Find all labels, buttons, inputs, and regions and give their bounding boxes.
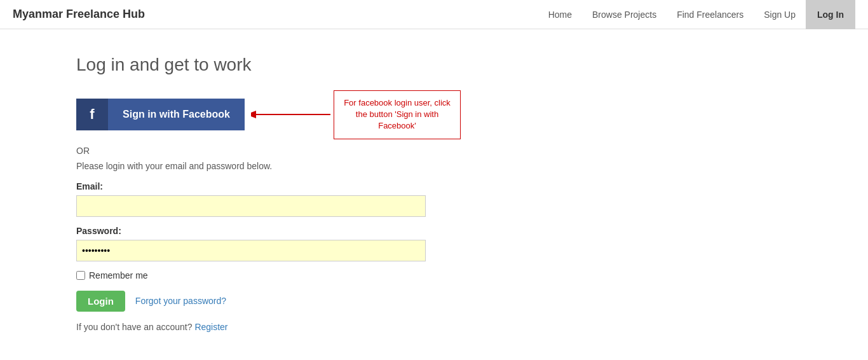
email-label: Email: — [76, 181, 792, 191]
nav-find-freelancers[interactable]: Find Freelancers — [667, 0, 754, 29]
nav-home[interactable]: Home — [538, 0, 582, 29]
password-label: Password: — [76, 226, 792, 236]
password-input[interactable] — [76, 240, 426, 261]
or-separator: OR — [76, 146, 792, 156]
facebook-signin-button[interactable]: f Sign in with Facebook — [76, 99, 245, 130]
please-text: Please login with your email and passwor… — [76, 161, 792, 171]
main-content: Log in and get to work f Sign in with Fa… — [0, 29, 868, 357]
register-text: If you don't have an account? — [76, 322, 192, 332]
tooltip-area: For facebook login user, click the butto… — [251, 90, 461, 139]
arrow-icon — [251, 105, 334, 124]
header: Myanmar Freelance Hub Home Browse Projec… — [0, 0, 868, 29]
email-input[interactable] — [76, 195, 426, 217]
register-row: If you don't have an account? Register — [76, 322, 792, 332]
remember-checkbox[interactable] — [76, 271, 85, 280]
page-heading: Log in and get to work — [76, 55, 792, 75]
login-row: Login Forgot your password? — [76, 291, 792, 312]
register-link[interactable]: Register — [194, 322, 227, 332]
facebook-icon: f — [76, 99, 108, 130]
remember-row: Remember me — [76, 270, 792, 280]
main-nav: Home Browse Projects Find Freelancers Si… — [538, 0, 855, 29]
nav-browse-projects[interactable]: Browse Projects — [582, 0, 667, 29]
remember-label: Remember me — [89, 270, 148, 280]
nav-sign-up[interactable]: Sign Up — [754, 0, 806, 29]
login-button[interactable]: Login — [76, 291, 125, 312]
email-group: Email: — [76, 181, 792, 217]
password-group: Password: — [76, 226, 792, 261]
site-logo: Myanmar Freelance Hub — [13, 8, 145, 21]
forgot-password-link[interactable]: Forgot your password? — [135, 296, 226, 306]
facebook-button-label: Sign in with Facebook — [108, 109, 245, 120]
tooltip-text: For facebook login user, click the butto… — [344, 98, 451, 130]
facebook-tooltip: For facebook login user, click the butto… — [334, 90, 461, 139]
nav-log-in[interactable]: Log In — [806, 0, 855, 29]
facebook-row: f Sign in with Facebook For facebook log… — [76, 90, 792, 139]
